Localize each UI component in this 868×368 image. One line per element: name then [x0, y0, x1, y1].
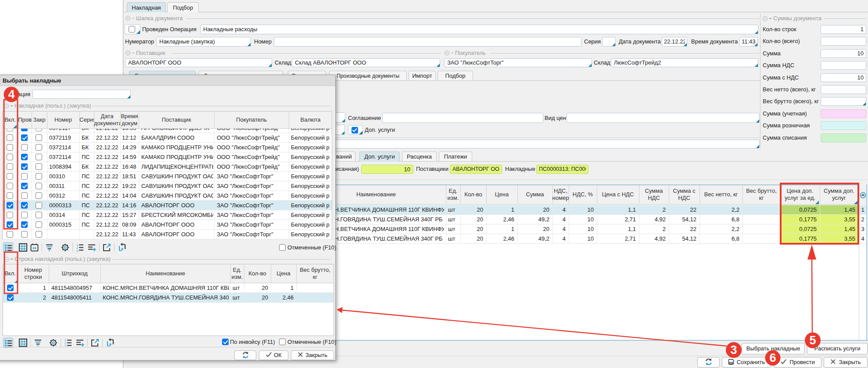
svg-text:2: 2 — [65, 342, 66, 345]
svg-text:2: 2 — [76, 246, 78, 249]
svg-text:3: 3 — [76, 249, 78, 252]
svg-text:1: 1 — [65, 339, 66, 342]
svg-text:1: 1 — [76, 243, 78, 246]
